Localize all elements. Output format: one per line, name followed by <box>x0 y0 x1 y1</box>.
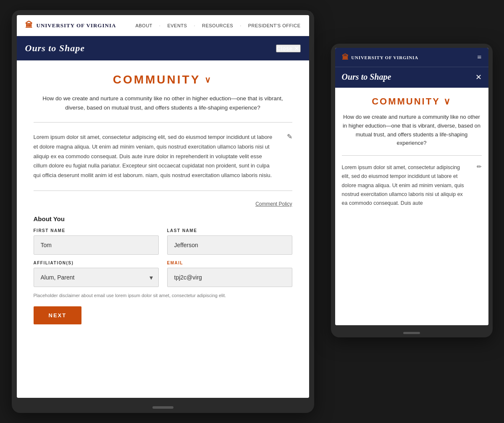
nav-events[interactable]: EVENTS <box>167 23 187 28</box>
hamburger-icon[interactable]: ≡ <box>477 53 481 62</box>
phone-home-indicator <box>403 332 420 334</box>
chevron-down-icon[interactable]: ∨ <box>205 75 213 85</box>
email-label: EMAIL <box>167 261 292 265</box>
phone-screen: 🏛 University of Virginia ≡ Ours to Shape… <box>335 48 488 325</box>
phone-community-heading: COMMUNITY ∨ <box>342 96 482 107</box>
uva-logo-text: University of Virginia <box>37 22 116 29</box>
phone-uva-logo-text: University of Virginia <box>351 55 418 60</box>
nav-presidents-office[interactable]: PRESIDENT'S OFFICE <box>248 23 301 28</box>
phone-right: 🏛 University of Virginia ≡ Ours to Shape… <box>331 44 493 337</box>
affiliation-select[interactable]: Alum, Parent Student Faculty Staff Paren… <box>34 268 159 287</box>
uva-header: 🏛 University of Virginia ABOUT · EVENTS … <box>17 15 309 36</box>
tablet-screen: 🏛 University of Virginia ABOUT · EVENTS … <box>17 15 309 398</box>
phone-community-description: How do we create and nurture a community… <box>342 113 482 148</box>
tablet-left: 🏛 University of Virginia ABOUT · EVENTS … <box>12 10 314 413</box>
next-button[interactable]: NEXT <box>34 306 82 324</box>
nav-dot-2: · <box>194 23 195 28</box>
first-name-group: FIRST NAME <box>34 228 159 255</box>
divider-1 <box>34 122 292 123</box>
phone-edit-icon[interactable]: ✏ <box>477 163 482 170</box>
comment-policy-link[interactable]: Comment Policy <box>34 201 292 207</box>
rotunda-icon: 🏛 <box>25 21 33 30</box>
about-you-section: About You FIRST NAME LAST NAME <box>34 215 292 324</box>
last-name-group: LAST NAME <box>167 228 292 255</box>
uva-nav: ABOUT · EVENTS · RESOURCES · PRESIDENT'S… <box>135 23 300 28</box>
community-heading-text: COMMUNITY <box>113 73 201 86</box>
email-input[interactable] <box>167 268 292 287</box>
phone-uva-header: 🏛 University of Virginia ≡ <box>335 48 488 67</box>
phone-banner: Ours to Shape ✕ <box>335 67 488 88</box>
comment-text: Lorem ipsum dolor sit amet, consectetur … <box>34 133 276 180</box>
name-row: FIRST NAME LAST NAME <box>34 228 292 255</box>
phone-comment-block: Lorem ipsum dolor sit amet, consectetur … <box>342 163 482 208</box>
phone-divider <box>342 155 482 156</box>
nav-about[interactable]: ABOUT <box>135 23 152 28</box>
nav-resources[interactable]: RESOURCES <box>202 23 233 28</box>
comment-block: Lorem ipsum dolor sit amet, consectetur … <box>34 133 292 180</box>
last-name-input[interactable] <box>167 235 292 255</box>
phone-chevron-down-icon[interactable]: ∨ <box>444 96 452 107</box>
close-button[interactable]: Close ✕ <box>276 44 301 52</box>
phone-rotunda-icon: 🏛 <box>342 54 349 61</box>
about-you-title: About You <box>34 215 292 222</box>
phone-banner-title: Ours to Shape <box>342 72 391 82</box>
banner-title: Ours to Shape <box>25 43 85 54</box>
home-indicator <box>152 406 173 409</box>
uva-logo: 🏛 University of Virginia <box>25 21 116 30</box>
phone-community-heading-text: COMMUNITY <box>372 96 440 107</box>
affiliation-email-row: AFFILIATION(S) Alum, Parent Student Facu… <box>34 261 292 287</box>
edit-icon[interactable]: ✎ <box>287 133 292 141</box>
affiliation-select-wrapper: Alum, Parent Student Faculty Staff Paren… <box>34 268 159 287</box>
first-name-label: FIRST NAME <box>34 228 159 233</box>
main-content: COMMUNITY ∨ How do we create and nurture… <box>17 60 309 398</box>
phone-uva-logo: 🏛 University of Virginia <box>342 54 418 61</box>
community-description: How do we create and nurture a community… <box>41 94 285 112</box>
affiliation-label: AFFILIATION(S) <box>34 261 159 265</box>
affiliation-group: AFFILIATION(S) Alum, Parent Student Facu… <box>34 261 159 287</box>
phone-content: COMMUNITY ∨ How do we create and nurture… <box>335 88 488 325</box>
last-name-label: LAST NAME <box>167 228 292 233</box>
divider-2 <box>34 191 292 191</box>
community-heading: COMMUNITY ∨ <box>34 73 292 86</box>
email-group: EMAIL <box>167 261 292 287</box>
phone-close-button[interactable]: ✕ <box>475 73 482 82</box>
phone-comment-text: Lorem ipsum dolor sit amet, consectetur … <box>342 163 469 208</box>
nav-dot-1: · <box>159 23 161 28</box>
banner: Ours to Shape Close ✕ <box>17 36 309 60</box>
nav-dot-3: · <box>240 23 242 28</box>
first-name-input[interactable] <box>34 235 159 255</box>
email-disclaimer: Placeholder disclaimer about email use l… <box>34 293 292 298</box>
